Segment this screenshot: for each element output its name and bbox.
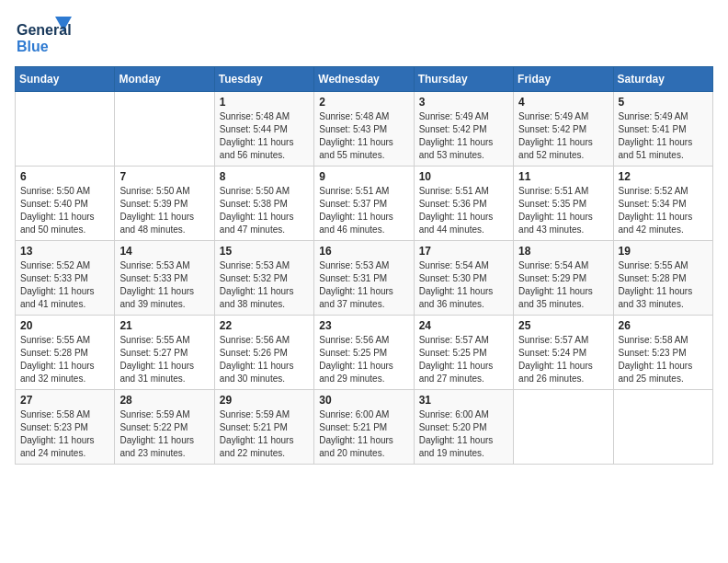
day-info: Sunrise: 5:55 AMSunset: 5:28 PMDaylight:… [619, 259, 708, 311]
day-number: 7 [119, 170, 209, 183]
calendar-cell: 9Sunrise: 5:51 AMSunset: 5:37 PMDaylight… [314, 167, 414, 241]
day-info: Sunrise: 5:53 AMSunset: 5:33 PMDaylight:… [119, 259, 209, 311]
calendar-week-3: 20Sunrise: 5:55 AMSunset: 5:28 PMDayligh… [16, 316, 713, 390]
day-info: Sunrise: 5:54 AMSunset: 5:29 PMDaylight:… [518, 259, 608, 311]
day-number: 20 [20, 319, 109, 332]
day-info: Sunrise: 5:49 AMSunset: 5:42 PMDaylight:… [419, 110, 508, 162]
day-number: 9 [319, 170, 408, 183]
day-info: Sunrise: 5:54 AMSunset: 5:30 PMDaylight:… [419, 259, 508, 311]
calendar-week-1: 6Sunrise: 5:50 AMSunset: 5:40 PMDaylight… [16, 167, 713, 241]
logo: GeneralBlue [15, 15, 88, 55]
day-info: Sunrise: 5:57 AMSunset: 5:25 PMDaylight:… [419, 334, 508, 385]
day-number: 6 [20, 170, 109, 183]
day-info: Sunrise: 5:52 AMSunset: 5:33 PMDaylight:… [20, 259, 109, 311]
day-info: Sunrise: 5:59 AMSunset: 5:22 PMDaylight:… [119, 408, 209, 460]
day-number: 23 [319, 319, 408, 332]
calendar-header-tuesday: Tuesday [214, 67, 313, 92]
svg-text:Blue: Blue [17, 39, 49, 54]
day-number: 17 [419, 245, 508, 258]
calendar-cell: 10Sunrise: 5:51 AMSunset: 5:36 PMDayligh… [414, 167, 513, 241]
day-number: 25 [518, 319, 608, 332]
calendar-cell: 28Sunrise: 5:59 AMSunset: 5:22 PMDayligh… [115, 390, 214, 465]
calendar-cell: 11Sunrise: 5:51 AMSunset: 5:35 PMDayligh… [514, 167, 613, 241]
day-info: Sunrise: 5:58 AMSunset: 5:23 PMDaylight:… [20, 408, 109, 460]
calendar-cell: 23Sunrise: 5:56 AMSunset: 5:25 PMDayligh… [314, 316, 414, 390]
day-number: 18 [518, 245, 608, 258]
day-info: Sunrise: 5:49 AMSunset: 5:41 PMDaylight:… [619, 110, 708, 162]
calendar-table: SundayMondayTuesdayWednesdayThursdayFrid… [15, 66, 713, 465]
calendar-cell [115, 92, 214, 167]
day-info: Sunrise: 6:00 AMSunset: 5:20 PMDaylight:… [419, 408, 508, 460]
calendar-cell: 5Sunrise: 5:49 AMSunset: 5:41 PMDaylight… [613, 92, 712, 167]
calendar-week-0: 1Sunrise: 5:48 AMSunset: 5:44 PMDaylight… [16, 92, 713, 167]
calendar-cell: 19Sunrise: 5:55 AMSunset: 5:28 PMDayligh… [613, 241, 712, 316]
day-number: 1 [220, 96, 309, 109]
day-info: Sunrise: 5:56 AMSunset: 5:25 PMDaylight:… [319, 334, 408, 385]
page-header: GeneralBlue [15, 15, 713, 55]
day-info: Sunrise: 5:53 AMSunset: 5:31 PMDaylight:… [319, 259, 408, 311]
calendar-week-4: 27Sunrise: 5:58 AMSunset: 5:23 PMDayligh… [16, 390, 713, 465]
day-info: Sunrise: 6:00 AMSunset: 5:21 PMDaylight:… [319, 408, 408, 460]
day-number: 27 [20, 394, 109, 407]
day-number: 12 [619, 170, 708, 183]
calendar-cell: 16Sunrise: 5:53 AMSunset: 5:31 PMDayligh… [314, 241, 414, 316]
day-info: Sunrise: 5:50 AMSunset: 5:39 PMDaylight:… [119, 185, 209, 236]
day-number: 10 [419, 170, 508, 183]
day-info: Sunrise: 5:50 AMSunset: 5:40 PMDaylight:… [20, 185, 109, 236]
calendar-cell: 17Sunrise: 5:54 AMSunset: 5:30 PMDayligh… [414, 241, 513, 316]
day-info: Sunrise: 5:50 AMSunset: 5:38 PMDaylight:… [220, 185, 309, 236]
day-number: 8 [220, 170, 309, 183]
calendar-cell [613, 390, 712, 465]
calendar-header-wednesday: Wednesday [314, 67, 414, 92]
calendar-cell: 26Sunrise: 5:58 AMSunset: 5:23 PMDayligh… [613, 316, 712, 390]
logo-svg: GeneralBlue [15, 15, 88, 55]
day-number: 31 [419, 394, 508, 407]
calendar-cell [16, 92, 115, 167]
calendar-cell [514, 390, 613, 465]
calendar-cell: 18Sunrise: 5:54 AMSunset: 5:29 PMDayligh… [514, 241, 613, 316]
day-info: Sunrise: 5:56 AMSunset: 5:26 PMDaylight:… [220, 334, 309, 385]
calendar-cell: 7Sunrise: 5:50 AMSunset: 5:39 PMDaylight… [115, 167, 214, 241]
calendar-cell: 4Sunrise: 5:49 AMSunset: 5:42 PMDaylight… [514, 92, 613, 167]
day-number: 19 [619, 245, 708, 258]
calendar-cell: 25Sunrise: 5:57 AMSunset: 5:24 PMDayligh… [514, 316, 613, 390]
calendar-header-sunday: Sunday [16, 67, 115, 92]
calendar-cell: 6Sunrise: 5:50 AMSunset: 5:40 PMDaylight… [16, 167, 115, 241]
day-info: Sunrise: 5:53 AMSunset: 5:32 PMDaylight:… [220, 259, 309, 311]
calendar-header-row: SundayMondayTuesdayWednesdayThursdayFrid… [16, 67, 713, 92]
calendar-cell: 27Sunrise: 5:58 AMSunset: 5:23 PMDayligh… [16, 390, 115, 465]
calendar-cell: 22Sunrise: 5:56 AMSunset: 5:26 PMDayligh… [214, 316, 313, 390]
day-number: 28 [119, 394, 209, 407]
day-info: Sunrise: 5:55 AMSunset: 5:28 PMDaylight:… [20, 334, 109, 385]
calendar-header-monday: Monday [115, 67, 214, 92]
calendar-cell: 14Sunrise: 5:53 AMSunset: 5:33 PMDayligh… [115, 241, 214, 316]
day-number: 4 [518, 96, 608, 109]
calendar-cell: 20Sunrise: 5:55 AMSunset: 5:28 PMDayligh… [16, 316, 115, 390]
calendar-cell: 3Sunrise: 5:49 AMSunset: 5:42 PMDaylight… [414, 92, 513, 167]
day-number: 13 [20, 245, 109, 258]
calendar-header-friday: Friday [514, 67, 613, 92]
calendar-header-thursday: Thursday [414, 67, 513, 92]
calendar-header-saturday: Saturday [613, 67, 712, 92]
day-info: Sunrise: 5:52 AMSunset: 5:34 PMDaylight:… [619, 185, 708, 236]
day-number: 30 [319, 394, 408, 407]
day-number: 29 [220, 394, 309, 407]
calendar-cell: 29Sunrise: 5:59 AMSunset: 5:21 PMDayligh… [214, 390, 313, 465]
calendar-cell: 15Sunrise: 5:53 AMSunset: 5:32 PMDayligh… [214, 241, 313, 316]
calendar-cell: 13Sunrise: 5:52 AMSunset: 5:33 PMDayligh… [16, 241, 115, 316]
day-number: 15 [220, 245, 309, 258]
day-info: Sunrise: 5:58 AMSunset: 5:23 PMDaylight:… [619, 334, 708, 385]
svg-text:General: General [17, 22, 72, 38]
day-number: 22 [220, 319, 309, 332]
day-number: 21 [119, 319, 209, 332]
day-info: Sunrise: 5:55 AMSunset: 5:27 PMDaylight:… [119, 334, 209, 385]
day-info: Sunrise: 5:51 AMSunset: 5:35 PMDaylight:… [518, 185, 608, 236]
calendar-cell: 2Sunrise: 5:48 AMSunset: 5:43 PMDaylight… [314, 92, 414, 167]
day-number: 26 [619, 319, 708, 332]
calendar-cell: 12Sunrise: 5:52 AMSunset: 5:34 PMDayligh… [613, 167, 712, 241]
calendar-body: 1Sunrise: 5:48 AMSunset: 5:44 PMDaylight… [16, 92, 713, 465]
day-number: 24 [419, 319, 508, 332]
day-info: Sunrise: 5:48 AMSunset: 5:43 PMDaylight:… [319, 110, 408, 162]
day-info: Sunrise: 5:51 AMSunset: 5:37 PMDaylight:… [319, 185, 408, 236]
calendar-cell: 31Sunrise: 6:00 AMSunset: 5:20 PMDayligh… [414, 390, 513, 465]
